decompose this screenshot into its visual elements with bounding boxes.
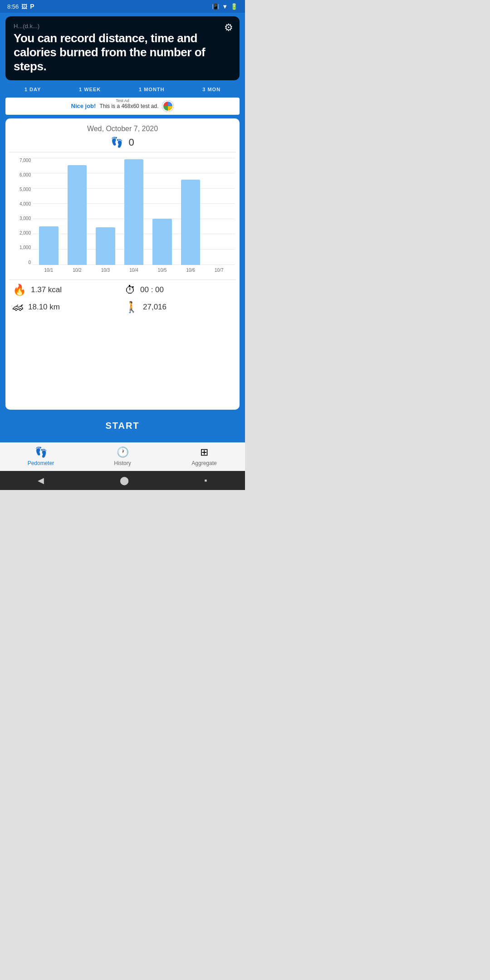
back-button[interactable]: ◀ [38, 475, 44, 485]
speedometer-icon: 🏎 [13, 301, 24, 314]
y-label-5000: 5,000 [10, 187, 31, 192]
footprint-icon: 👣 [111, 137, 123, 148]
bar-10/6 [181, 180, 201, 265]
bar-10/2 [68, 165, 87, 265]
status-left: 8:56 🖼 P [7, 3, 34, 10]
ad-banner: Test Ad Nice job! This is a 468x60 test … [5, 98, 240, 115]
nav-label-history: History [114, 460, 131, 466]
bar-wrapper [176, 158, 205, 265]
app-container: ⚙ H...(d.k...) You can record distance, … [0, 13, 245, 490]
nav-aggregate[interactable]: ⊞ Aggregate [186, 446, 222, 466]
x-label-10/5: 10/5 [148, 268, 176, 273]
gallery-icon: 🖼 [21, 3, 27, 10]
y-label-2000: 2,000 [10, 230, 31, 235]
date-header: Wed, October 7, 2020 [5, 118, 240, 135]
stats-grid: 🔥 1.37 kcal ⏱ 00 : 00 🏎 18.10 km 🚶 27,01… [5, 280, 240, 319]
nav-label-pedometer: Pedometer [28, 460, 54, 466]
bar-10/4 [124, 159, 144, 265]
tooltip-text: You can record distance, time and calori… [14, 31, 231, 74]
tab-1day[interactable]: 1 DAY [21, 85, 44, 94]
y-axis: 7,000 6,000 5,000 4,000 3,000 2,000 1,00… [10, 158, 33, 276]
aggregate-icon: ⊞ [200, 446, 208, 458]
nav-history[interactable]: 🕐 History [104, 446, 141, 466]
fire-icon: 🔥 [13, 284, 26, 296]
stat-total-steps: 🚶 27,016 [125, 301, 232, 314]
stopwatch-icon: ⏱ [125, 284, 136, 296]
x-label-10/3: 10/3 [91, 268, 120, 273]
steps-count: 0 [128, 137, 134, 148]
nav-pedometer[interactable]: 👣 Pedometer [23, 446, 59, 466]
chart-body: 10/110/210/310/410/510/610/7 [33, 158, 235, 276]
bar-wrapper [91, 158, 120, 265]
tooltip-overlay: ⚙ H...(d.k...) You can record distance, … [5, 16, 240, 80]
home-button[interactable]: ⬤ [120, 475, 129, 485]
ad-logo [162, 100, 174, 112]
header-title-hidden: H...(d.k...) [14, 23, 231, 29]
time-display: 8:56 [7, 3, 19, 10]
ad-label: Test Ad [114, 98, 131, 103]
android-nav: ◀ ⬤ ▪ [0, 471, 245, 490]
bar-wrapper [63, 158, 92, 265]
pedometer-icon: 👣 [35, 446, 47, 458]
stat-time: ⏱ 00 : 00 [125, 284, 232, 296]
chart-area: 7,000 6,000 5,000 4,000 3,000 2,000 1,00… [5, 152, 240, 279]
stat-distance: 🏎 18.10 km [13, 301, 120, 314]
vibrate-icon: 📳 [212, 3, 219, 10]
bar-wrapper [120, 158, 148, 265]
stat-calories: 🔥 1.37 kcal [13, 284, 120, 296]
y-label-7000: 7,000 [10, 158, 31, 163]
bar-10/3 [96, 227, 115, 265]
y-label-4000: 4,000 [10, 201, 31, 206]
tab-1month[interactable]: 1 MONTH [135, 85, 168, 94]
ad-nicejob: Nice job! [71, 103, 96, 109]
recents-button[interactable]: ▪ [204, 476, 207, 485]
status-bar: 8:56 🖼 P 📳 ▼ 🔋 [0, 0, 245, 13]
x-label-10/2: 10/2 [63, 268, 92, 273]
steps-row: 👣 0 [5, 135, 240, 152]
y-label-0: 0 [10, 260, 31, 265]
bottom-nav: 👣 Pedometer 🕐 History ⊞ Aggregate [0, 442, 245, 471]
battery-icon: 🔋 [230, 3, 238, 10]
x-label-10/1: 10/1 [34, 268, 63, 273]
x-label-10/6: 10/6 [176, 268, 205, 273]
chart-container: 7,000 6,000 5,000 4,000 3,000 2,000 1,00… [10, 158, 235, 276]
bar-10/5 [152, 219, 172, 265]
total-steps-value: 27,016 [143, 303, 167, 312]
filter-tabs: 1 DAY 1 WEEK 1 MONTH 3 MON [0, 82, 245, 96]
history-icon: 🕐 [117, 446, 129, 458]
x-labels: 10/110/210/310/410/510/610/7 [33, 265, 235, 276]
y-label-6000: 6,000 [10, 172, 31, 177]
tab-3months[interactable]: 3 MON [199, 85, 224, 94]
ad-text: This is a 468x60 test ad. [99, 103, 158, 109]
bar-10/1 [39, 226, 59, 265]
wifi-icon: ▼ [222, 3, 228, 10]
bars-container [33, 158, 235, 265]
bar-wrapper [34, 158, 63, 265]
tab-1week[interactable]: 1 WEEK [75, 85, 104, 94]
date-text: Wed, October 7, 2020 [5, 125, 240, 133]
x-label-10/7: 10/7 [205, 268, 233, 273]
calories-value: 1.37 kcal [31, 285, 62, 294]
x-label-10/4: 10/4 [120, 268, 148, 273]
time-value: 00 : 00 [140, 285, 164, 294]
bar-wrapper [205, 158, 233, 265]
y-label-3000: 3,000 [10, 216, 31, 221]
status-right: 📳 ▼ 🔋 [212, 3, 238, 10]
parking-icon: P [30, 3, 34, 10]
bar-wrapper [148, 158, 176, 265]
main-card: Wed, October 7, 2020 👣 0 7,000 6,000 5,0… [5, 118, 240, 410]
start-button[interactable]: START [5, 413, 240, 438]
distance-value: 18.10 km [28, 303, 60, 312]
nav-label-aggregate: Aggregate [191, 460, 216, 466]
walking-icon: 🚶 [125, 301, 138, 314]
y-label-1000: 1,000 [10, 245, 31, 250]
